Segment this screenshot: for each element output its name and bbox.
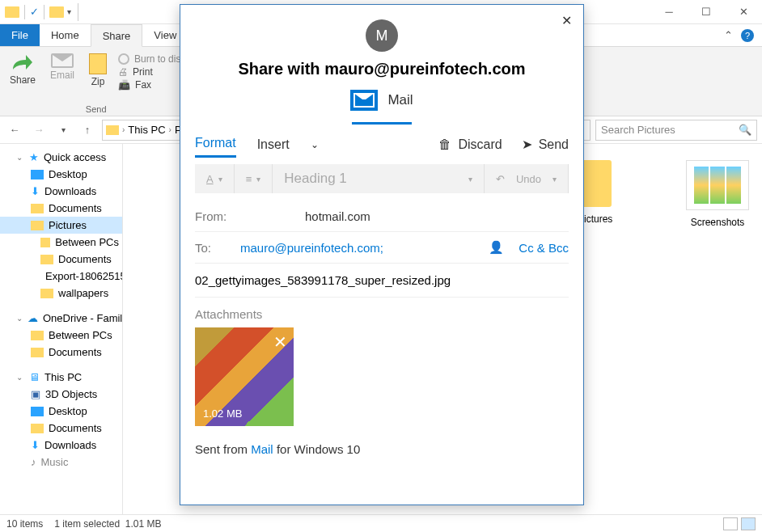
status-bar: 10 items 1 item selected 1.01 MB (0, 514, 762, 532)
nav-forward-button[interactable]: → (29, 120, 49, 140)
pc-icon: 🖥 (29, 371, 40, 383)
status-selected: 1 item selected 1.01 MB (54, 518, 161, 530)
print-icon: 🖨 (118, 66, 128, 78)
nav-this-pc[interactable]: ⌄🖥This PC (0, 369, 122, 386)
downloads-icon: ⬇ (31, 439, 40, 451)
folder-icon (31, 331, 44, 340)
nav-wallpapers[interactable]: wallpapers (0, 285, 122, 302)
tab-home[interactable]: Home (40, 24, 91, 46)
heading-selector[interactable]: Heading 1▾ (273, 164, 485, 193)
disc-icon (118, 53, 129, 65)
from-row: From: hotmail.com (195, 201, 569, 232)
cube-icon: ▣ (31, 388, 40, 400)
print-button[interactable]: 🖨Print (118, 66, 185, 78)
attachments-label: Attachments (195, 298, 569, 327)
desktop-icon (31, 170, 44, 179)
nav-documents-3[interactable]: Documents (0, 344, 122, 361)
mail-picker-underline (352, 122, 412, 125)
share-arrow-icon (11, 53, 34, 73)
signature-link[interactable]: Mail (251, 442, 273, 456)
file-menu[interactable]: File (0, 24, 40, 46)
folder-icon (5, 6, 19, 18)
contact-icon[interactable]: 👤 (489, 240, 504, 255)
share-button[interactable]: Share (6, 50, 39, 91)
format-toolbar: A▾ ≡▾ Heading 1▾ ↶Undo▾ (195, 164, 569, 193)
maximize-button[interactable]: ☐ (688, 0, 725, 24)
nav-up-button[interactable]: ↑ (78, 120, 97, 140)
nav-export[interactable]: Export-180625153528184540ea88 (0, 268, 122, 285)
view-details-button[interactable] (723, 517, 738, 530)
nav-desktop-2[interactable]: Desktop (0, 403, 122, 420)
nav-onedrive[interactable]: ⌄☁OneDrive - Family (0, 310, 122, 327)
ccbcc-button[interactable]: Cc & Bcc (519, 241, 569, 255)
help-icon[interactable]: ? (741, 29, 754, 42)
mail-icon (350, 90, 378, 111)
caret-down-icon[interactable]: ▾ (67, 7, 71, 16)
send-icon: ➤ (522, 137, 532, 152)
mail-app-picker[interactable]: Mail (180, 90, 583, 117)
cloud-icon: ☁ (28, 312, 38, 324)
folder-thumbs-icon (686, 160, 749, 210)
nav-back-button[interactable]: ← (5, 120, 24, 140)
undo-icon: ↶ (496, 173, 505, 185)
nav-documents[interactable]: Documents (0, 200, 122, 217)
fax-button[interactable]: 📠Fax (118, 79, 185, 91)
attachment-remove-icon[interactable]: ✕ (273, 332, 287, 352)
subject-field[interactable]: 02_gettyimages_583991178_super_resized.j… (195, 264, 569, 298)
envelope-icon (51, 53, 74, 68)
nav-documents-2[interactable]: Documents (0, 251, 122, 268)
from-value[interactable]: hotmail.com (305, 209, 370, 223)
folder-icon[interactable] (49, 6, 64, 18)
nav-downloads-2[interactable]: ⬇Downloads (0, 437, 122, 454)
nav-pictures[interactable]: Pictures (0, 217, 122, 234)
discard-button[interactable]: 🗑Discard (438, 137, 502, 152)
burn-button[interactable]: Burn to disc (118, 53, 185, 65)
minimize-button[interactable]: ─ (650, 0, 688, 24)
ribbon-group-label: Send (6, 104, 185, 114)
folder-icon (106, 125, 119, 135)
view-large-button[interactable] (741, 517, 756, 530)
fax-icon: 📠 (118, 79, 130, 91)
close-button[interactable]: ✕ (725, 0, 762, 24)
email-button[interactable]: Email (47, 50, 78, 91)
star-icon: ★ (29, 151, 39, 163)
nav-quick-access[interactable]: ⌄★Quick access (0, 149, 122, 166)
folder-icon (31, 348, 44, 357)
nav-pane: ⌄★Quick access Desktop ⬇Downloads Docume… (0, 144, 123, 514)
nav-recent-button[interactable]: ▾ (53, 120, 73, 140)
nav-documents-4[interactable]: Documents (0, 420, 122, 437)
nav-desktop[interactable]: Desktop (0, 166, 122, 183)
folder-icon (31, 424, 44, 433)
send-button[interactable]: ➤Send (522, 137, 569, 152)
downloads-icon: ⬇ (31, 185, 40, 197)
ribbon-collapse-icon[interactable]: ⌃ (724, 29, 733, 41)
tab-more[interactable]: ⌄ (311, 134, 319, 155)
nav-between-pcs[interactable]: Between PCs (0, 234, 122, 251)
folder-label: Screenshots (691, 217, 745, 228)
trash-icon: 🗑 (438, 137, 451, 152)
search-box[interactable]: 🔍 (595, 120, 757, 141)
dialog-close-button[interactable]: ✕ (561, 13, 572, 28)
list-button[interactable]: ≡▾ (235, 164, 273, 193)
folder-icon (40, 255, 53, 264)
quick-access-toolbar: ✓ ▾ (0, 3, 87, 21)
to-value[interactable]: mauro@pureinfotech.com; (240, 241, 383, 255)
attachment-size: 1.02 MB (203, 407, 242, 420)
font-button[interactable]: A▾ (195, 164, 235, 193)
tab-format[interactable]: Format (195, 131, 236, 158)
desktop-icon (31, 407, 44, 416)
tab-share[interactable]: Share (91, 24, 143, 47)
attachment-thumbnail[interactable]: ✕ 1.02 MB (195, 327, 294, 426)
crumb-this-pc[interactable]: This PC (128, 124, 165, 136)
nav-between-pcs-2[interactable]: Between PCs (0, 327, 122, 344)
nav-downloads[interactable]: ⬇Downloads (0, 183, 122, 200)
nav-3d-objects[interactable]: ▣3D Objects (0, 386, 122, 403)
folder-screenshots[interactable]: Screenshots (673, 160, 762, 514)
search-icon[interactable]: 🔍 (739, 124, 751, 136)
check-icon[interactable]: ✓ (30, 6, 39, 18)
undo-button[interactable]: ↶Undo▾ (485, 164, 569, 193)
search-input[interactable] (601, 124, 739, 136)
zip-button[interactable]: Zip (86, 50, 110, 91)
nav-music[interactable]: ♪Music (0, 454, 122, 471)
tab-insert[interactable]: Insert (257, 133, 290, 157)
